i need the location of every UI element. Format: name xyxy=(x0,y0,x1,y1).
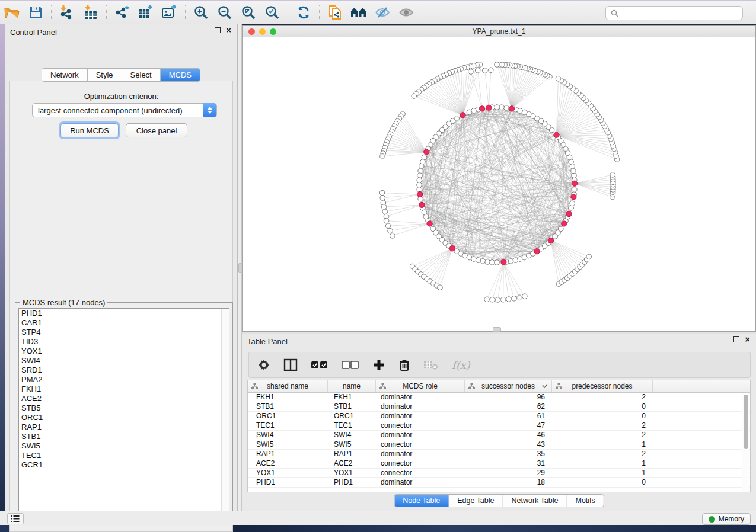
vertical-splitter-handle[interactable] xyxy=(238,263,241,273)
mcds-result-item[interactable]: SWI5 xyxy=(19,441,229,451)
new-network-from-selection-icon[interactable] xyxy=(323,3,347,22)
column-header-MCDS-role[interactable]: MCDS role xyxy=(376,380,465,392)
network-window-titlebar[interactable]: YPA_prune.txt_1 xyxy=(243,26,755,37)
column-header-blank[interactable] xyxy=(653,380,750,392)
node-table-body: FKH1FKH1dominator962STB1STB1dominator620… xyxy=(248,393,750,488)
memory-status-dot-icon xyxy=(709,516,715,523)
delete-table-icon-disabled xyxy=(423,360,439,370)
criterion-select[interactable]: largest connected component (undirected) xyxy=(32,103,217,117)
column-header-shared-name[interactable]: shared name xyxy=(248,380,328,392)
column-header-predecessor-nodes[interactable]: predecessor nodes xyxy=(552,380,653,392)
table-row[interactable]: TEC1TEC1connector472 xyxy=(248,421,750,431)
table-row[interactable]: ACE2ACE2connector311 xyxy=(248,459,750,469)
table-panel-titlebar: Table Panel × xyxy=(242,334,756,349)
first-neighbors-icon[interactable] xyxy=(347,3,371,22)
select-all-icon[interactable] xyxy=(311,360,328,370)
open-file-icon[interactable] xyxy=(0,3,24,22)
mcds-result-item[interactable]: STB5 xyxy=(19,403,229,413)
table-row[interactable]: YOX1YOX1connector291 xyxy=(248,469,750,478)
select-stepper-icon xyxy=(203,103,216,117)
table-row[interactable]: ORC1ORC1dominator610 xyxy=(248,412,750,421)
zoom-selected-icon[interactable] xyxy=(260,3,284,22)
column-header-successor-nodes[interactable]: successor nodes xyxy=(465,380,552,392)
table-row[interactable]: STB1STB1dominator620 xyxy=(248,402,750,412)
mcds-list-scrollbar[interactable] xyxy=(221,309,229,516)
mcds-result-list[interactable]: PHD1CAR1STP4TID3YOX1SWI4SRD1PMA2FKH1ACE2… xyxy=(18,308,229,517)
close-panel-icon[interactable]: × xyxy=(226,27,231,33)
mcds-result-item[interactable]: FKH1 xyxy=(19,384,229,394)
table-settings-gear-icon[interactable] xyxy=(257,358,270,371)
deselect-all-icon[interactable] xyxy=(342,360,359,370)
refresh-icon[interactable] xyxy=(292,3,315,22)
tab-edge-table[interactable]: Edge Table xyxy=(449,495,503,507)
column-header-name[interactable]: name xyxy=(328,380,376,392)
mcds-result-item[interactable]: SWI4 xyxy=(19,356,229,366)
network-view-canvas[interactable] xyxy=(243,37,755,331)
table-row[interactable]: RAP1RAP1dominator352 xyxy=(248,450,750,459)
mcds-result-item[interactable]: PMA2 xyxy=(19,375,229,384)
zoom-in-icon[interactable] xyxy=(189,3,213,22)
horizontal-splitter-handle[interactable] xyxy=(493,327,501,332)
import-table-icon[interactable] xyxy=(79,3,103,22)
table-scrollbar[interactable] xyxy=(742,393,749,492)
task-history-button[interactable] xyxy=(7,513,24,524)
tab-mcds[interactable]: MCDS xyxy=(161,69,200,81)
float-panel-icon[interactable] xyxy=(215,27,221,33)
run-mcds-button[interactable]: Run MCDS xyxy=(60,123,119,137)
add-column-icon[interactable] xyxy=(372,358,385,371)
hide-selected-icon[interactable] xyxy=(371,3,394,22)
tab-network[interactable]: Network xyxy=(42,69,88,81)
mcds-result-item[interactable]: TEC1 xyxy=(19,451,229,460)
table-scrollbar-thumb[interactable] xyxy=(744,395,748,449)
zoom-out-icon[interactable] xyxy=(213,3,237,22)
mcds-result-item[interactable]: SRD1 xyxy=(19,366,229,375)
tab-motifs[interactable]: Motifs xyxy=(567,495,603,507)
vertical-splitter[interactable] xyxy=(238,24,242,511)
network-window-title: YPA_prune.txt_1 xyxy=(243,27,755,36)
toolbar-separator xyxy=(106,5,107,20)
mcds-result-item[interactable]: STP4 xyxy=(19,328,229,337)
table-panel: Table Panel × xyxy=(242,334,756,511)
desktop: Control Panel × NetworkStyleSelectMCDS O… xyxy=(0,0,756,532)
function-builder-icon-disabled: f(x) xyxy=(452,359,470,371)
close-table-panel-icon[interactable]: × xyxy=(745,336,750,342)
mcds-result-item[interactable]: YOX1 xyxy=(19,347,229,356)
tab-style[interactable]: Style xyxy=(88,69,122,81)
control-panel: Control Panel × NetworkStyleSelectMCDS O… xyxy=(5,24,238,511)
mcds-result-item[interactable]: ACE2 xyxy=(19,394,229,403)
export-network-icon[interactable] xyxy=(110,3,134,22)
zoom-fit-icon[interactable] xyxy=(237,3,260,22)
mcds-result-item[interactable]: STB1 xyxy=(19,432,229,441)
search-input[interactable] xyxy=(622,9,738,17)
delete-column-icon[interactable] xyxy=(398,358,410,371)
mcds-result-item[interactable]: TID3 xyxy=(19,337,229,347)
task-list-icon xyxy=(11,515,20,523)
mcds-result-item[interactable]: ORC1 xyxy=(19,413,229,422)
toolbar-separator xyxy=(185,5,186,20)
table-row[interactable]: SWI4SWI4dominator462 xyxy=(248,431,750,440)
export-image-icon[interactable] xyxy=(158,3,181,22)
save-session-icon[interactable] xyxy=(24,3,47,22)
control-panel-titlebar: Control Panel × xyxy=(5,24,237,40)
close-panel-button[interactable]: Close panel xyxy=(126,123,187,137)
export-table-icon[interactable] xyxy=(134,3,158,22)
mcds-result-item[interactable]: RAP1 xyxy=(19,422,229,432)
tab-network-table[interactable]: Network Table xyxy=(503,495,567,507)
show-all-icon[interactable] xyxy=(394,3,418,22)
search-box[interactable] xyxy=(605,6,743,20)
table-panel-tabs: Node TableEdge TableNetwork TableMotifs xyxy=(394,494,604,507)
mcds-result-item[interactable]: CAR1 xyxy=(19,318,229,328)
float-table-panel-icon[interactable] xyxy=(733,336,739,342)
import-network-icon[interactable] xyxy=(55,3,79,22)
mcds-result-groupbox: MCDS result (17 nodes) PHD1CAR1STP4TID3Y… xyxy=(15,302,233,520)
tab-node-table[interactable]: Node Table xyxy=(394,495,449,507)
table-row[interactable]: FKH1FKH1dominator962 xyxy=(248,393,750,402)
mcds-result-item[interactable]: GCR1 xyxy=(19,460,229,470)
mcds-result-item[interactable]: PHD1 xyxy=(19,309,229,318)
memory-button[interactable]: Memory xyxy=(702,513,751,525)
tab-select[interactable]: Select xyxy=(122,69,161,81)
show-column-icon[interactable] xyxy=(283,358,298,371)
table-row[interactable]: PHD1PHD1dominator180 xyxy=(248,478,750,488)
table-row[interactable]: SWI5SWI5connector431 xyxy=(248,440,750,450)
network-graph[interactable] xyxy=(243,37,755,331)
